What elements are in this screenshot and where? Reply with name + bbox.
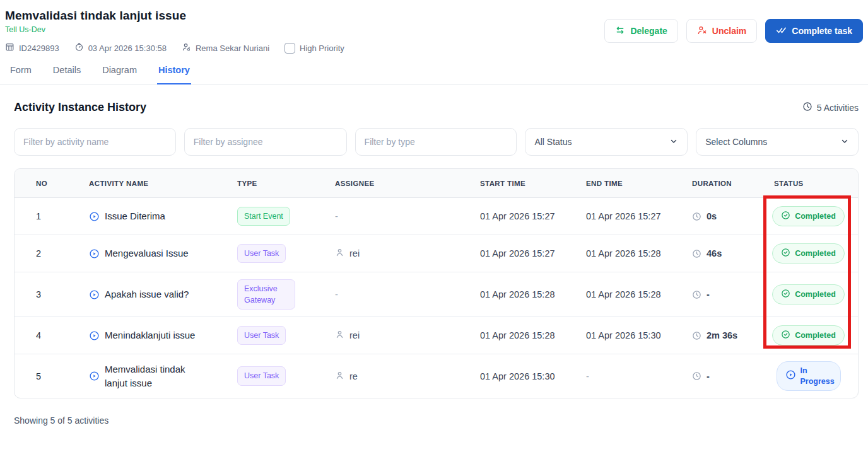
delegate-icon [615, 25, 625, 37]
unclaim-button[interactable]: Unclaim [686, 19, 757, 43]
end-time-cell: 01 Apr 2026 15:27 [567, 211, 673, 221]
person-icon [335, 330, 344, 341]
column-header: END TIME [567, 180, 673, 187]
assignee-icon [182, 42, 191, 54]
row-number: 2 [15, 248, 70, 258]
row-number: 4 [15, 330, 70, 340]
table-row: 1 Issue Diterima Start Event - 01 Apr 20… [15, 198, 858, 235]
column-header: ACTIVITY NAME [70, 180, 218, 187]
status-badge: Completed [772, 243, 845, 264]
activity-name-cell: Mengevaluasi Issue [70, 246, 218, 260]
end-time: 01 Apr 2026 15:30 [586, 330, 661, 340]
start-time-cell: 01 Apr 2026 15:30 [461, 371, 567, 381]
duration-cell: - [673, 371, 755, 381]
tab-form[interactable]: Form [9, 65, 33, 84]
delegate-button[interactable]: Delegate [604, 19, 677, 43]
table-header-row: NOACTIVITY NAMETYPEASSIGNEESTART TIMEEND… [15, 169, 858, 198]
complete-icon [776, 25, 787, 37]
assignee-cell: rei [316, 330, 461, 341]
activity-play-icon [89, 330, 100, 341]
priority-field: High Priority [284, 43, 344, 54]
tab-details[interactable]: Details [52, 65, 82, 84]
activity-name-cell: Apakah issue valid? [70, 287, 218, 301]
end-time-cell: 01 Apr 2026 15:30 [567, 330, 673, 340]
filter-type-input[interactable] [355, 128, 517, 156]
task-id-icon [5, 42, 15, 54]
type-cell: Start Event [218, 207, 316, 226]
duration-value: - [707, 289, 710, 299]
clock-icon [692, 331, 701, 340]
table-row: 4 Menindaklanjuti issue User Task rei 01… [15, 317, 858, 354]
section-title: Activity Instance History [14, 101, 146, 114]
assignee-cell: - [316, 211, 461, 221]
clock-icon [692, 371, 701, 381]
chevron-down-icon [669, 137, 678, 148]
person-icon [335, 248, 344, 259]
timer-icon [74, 42, 84, 54]
end-time: 01 Apr 2026 15:28 [586, 248, 661, 258]
assignee-empty: - [335, 289, 338, 299]
assignee-name: rei [349, 248, 360, 258]
start-time-cell: 01 Apr 2026 15:28 [461, 330, 567, 340]
column-header: DURATION [673, 180, 755, 187]
type-badge: Exclusive Gateway [237, 279, 295, 310]
completed-icon [781, 211, 790, 222]
end-time-cell: - [567, 371, 673, 381]
end-time: 01 Apr 2026 15:28 [586, 289, 661, 299]
table-row: 2 Mengevaluasi Issue User Task rei 01 Ap… [15, 235, 858, 272]
type-badge: User Task [237, 366, 286, 385]
filter-assignee-input[interactable] [184, 128, 347, 156]
activities-count: 5 Activities [802, 102, 859, 113]
duration-cell: 0s [673, 211, 755, 221]
completed-icon [781, 330, 790, 341]
activity-play-icon [89, 371, 100, 381]
type-cell: User Task [218, 366, 316, 385]
type-cell: User Task [218, 244, 316, 263]
activity-play-icon [89, 211, 100, 222]
tab-history[interactable]: History [157, 65, 191, 84]
row-number: 3 [15, 289, 70, 299]
status-select[interactable]: All Status [525, 128, 688, 156]
duration-value: 46s [707, 248, 722, 258]
complete-task-button[interactable]: Complete task [765, 19, 863, 43]
assignee-empty: - [335, 211, 338, 221]
start-time-cell: 01 Apr 2026 15:27 [461, 211, 567, 221]
status-badge: In Progress [777, 361, 841, 391]
status-badge: Completed [772, 325, 845, 345]
end-time-empty: - [586, 371, 589, 381]
duration-cell: 46s [673, 248, 755, 258]
unclaim-icon [697, 25, 707, 37]
start-time-cell: 01 Apr 2026 15:27 [461, 248, 567, 258]
status-cell: Completed [755, 325, 858, 345]
priority-label: High Priority [300, 44, 344, 53]
filter-activity-name-input[interactable] [14, 128, 176, 156]
activity-name-cell: Issue Diterima [70, 209, 218, 223]
column-header: START TIME [461, 180, 567, 187]
duration-value: - [707, 371, 710, 381]
column-header: NO [15, 180, 70, 187]
assignee-cell: re [316, 371, 461, 382]
type-cell: Exclusive Gateway [218, 279, 316, 310]
activity-play-icon [89, 289, 100, 300]
high-priority-checkbox[interactable] [284, 43, 295, 54]
filter-bar: All Status Select Columns [14, 128, 859, 156]
duration-cell: 2m 36s [673, 330, 755, 340]
assignee-cell: rei [316, 248, 461, 259]
activity-name-cell: Menindaklanjuti issue [70, 328, 218, 342]
task-assignee: Rema Sekar Nuriani [182, 42, 269, 54]
type-badge: User Task [237, 326, 286, 345]
clock-icon [692, 290, 701, 299]
table-footer: Showing 5 of 5 activities [14, 415, 859, 426]
tab-diagram[interactable]: Diagram [101, 65, 138, 84]
activity-name: Mengevaluasi Issue [105, 246, 189, 260]
columns-select[interactable]: Select Columns [696, 128, 859, 156]
activity-name: Issue Diterima [105, 209, 165, 223]
duration-cell: - [673, 289, 755, 299]
column-header: ASSIGNEE [316, 180, 461, 187]
type-cell: User Task [218, 326, 316, 345]
column-header: TYPE [218, 180, 316, 187]
clock-icon [692, 212, 701, 221]
column-header: STATUS [755, 180, 858, 187]
clock-icon [692, 249, 701, 258]
table-row: 3 Apakah issue valid? Exclusive Gateway … [15, 272, 858, 317]
